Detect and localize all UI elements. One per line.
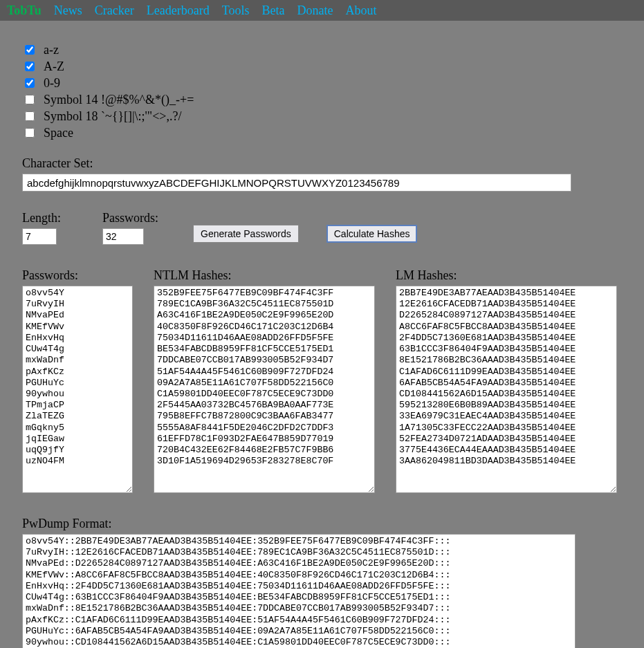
chk-space-label: Space (44, 126, 73, 140)
nav-news[interactable]: News (54, 3, 82, 18)
passwords-count-label: Passwords: (102, 211, 158, 225)
chk-digits-label: 0-9 (44, 76, 60, 91)
chk-symbol18-label: Symbol 18 `~{}[]|\:;'"<>,.?/ (44, 109, 182, 124)
lm-textarea[interactable] (396, 286, 617, 493)
length-label: Length: (22, 211, 61, 225)
navbar: TobTu News Cracker Leaderboard Tools Bet… (0, 0, 644, 21)
nav-tools[interactable]: Tools (222, 3, 250, 18)
nav-beta[interactable]: Beta (261, 3, 284, 18)
pwdump-textarea[interactable] (22, 534, 576, 648)
chk-lowercase[interactable] (25, 45, 35, 55)
ntlm-textarea[interactable] (154, 286, 375, 493)
page-content: a-z A-Z 0-9 Symbol 14 !@#$%^&*()_-+= Sym… (0, 21, 644, 648)
chk-symbol14[interactable] (25, 95, 35, 104)
chk-space[interactable] (25, 128, 35, 138)
chk-symbol18[interactable] (25, 111, 35, 121)
calculate-hashes-button[interactable]: Calculate Hashes (326, 225, 418, 243)
chk-symbol14-label: Symbol 14 !@#$%^&*()_-+= (44, 93, 194, 107)
chk-digits[interactable] (25, 78, 35, 88)
charset-label: Character Set: (22, 156, 622, 171)
nav-leaderboard[interactable]: Leaderboard (147, 3, 210, 18)
passwords-textarea[interactable] (22, 286, 133, 493)
passwords-count-input[interactable] (102, 228, 144, 245)
lm-header: LM Hashes: (396, 268, 617, 283)
chk-uppercase-label: A-Z (44, 59, 64, 74)
passwords-header: Passwords: (22, 268, 133, 283)
chk-lowercase-label: a-z (44, 43, 59, 57)
nav-cracker[interactable]: Cracker (95, 3, 134, 18)
generate-passwords-button[interactable]: Generate Passwords (193, 225, 299, 243)
charset-checkbox-list: a-z A-Z 0-9 Symbol 14 !@#$%^&*()_-+= Sym… (22, 41, 622, 141)
ntlm-header: NTLM Hashes: (154, 268, 375, 283)
chk-uppercase[interactable] (25, 62, 35, 71)
charset-input[interactable] (22, 174, 571, 192)
brand-logo[interactable]: TobTu (7, 3, 42, 18)
nav-about[interactable]: About (345, 3, 376, 18)
nav-donate[interactable]: Donate (297, 3, 333, 18)
length-input[interactable] (22, 228, 57, 245)
pwdump-header: PwDump Format: (22, 517, 622, 531)
